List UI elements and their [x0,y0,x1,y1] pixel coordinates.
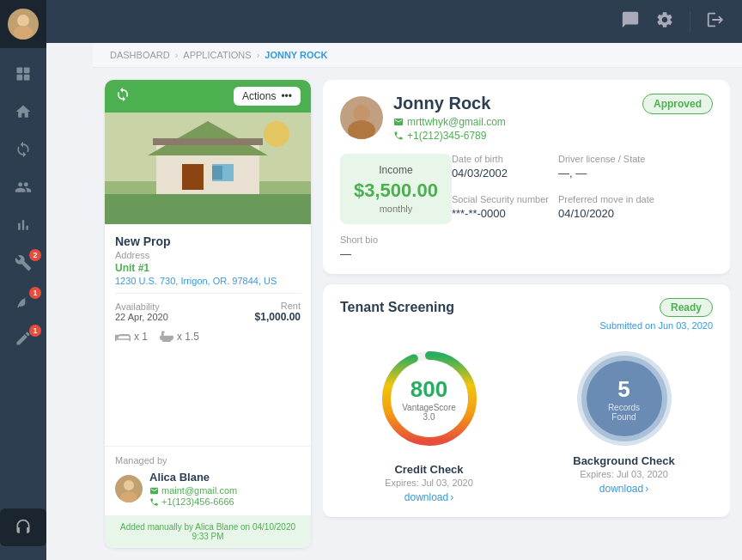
address-label: Address [115,250,301,260]
sidebar-item-pen[interactable]: 1 [0,320,46,357]
dob-value: 04/03/2002 [452,167,558,180]
actions-button[interactable]: Actions ••• [234,87,301,106]
property-unit[interactable]: Unit #1 [115,262,301,274]
breadcrumb-current: JONNY ROCK [265,50,327,60]
income-period: monthly [354,204,438,214]
amenities: x 1 x 1.5 [115,330,301,344]
move-group: Preferred move in date 04/10/2020 [558,194,713,224]
breadcrumb-dashboard[interactable]: DASHBOARD [110,50,170,60]
credit-score: 800 [401,376,457,403]
added-note: Added manually by Alica Blane on 04/10/2… [105,515,311,548]
svg-point-18 [353,105,370,122]
avatar[interactable] [8,9,39,40]
svg-point-0 [17,15,29,27]
svg-rect-5 [24,75,30,81]
sidebar: 2 1 1 [0,0,46,560]
tenant-name-info: Jonny Rock mrttwhyk@gmail.com +1(212)345… [393,94,506,142]
card-header: Actions ••• [105,80,311,113]
leaf-badge: 1 [29,287,41,299]
rent-label: Rent [255,301,301,311]
manager-avatar [115,475,143,502]
refresh-icon [115,87,131,106]
bio-value: — [340,247,558,260]
credit-expires: Expires: Jul 03, 2020 [385,478,473,488]
svg-point-1 [14,26,33,40]
manager-name: Alica Blane [149,471,237,484]
property-full-address[interactable]: 1230 U.S. 730, Irrigon, OR. 97844, US [115,276,301,286]
sidebar-item-leaf[interactable]: 1 [0,282,46,320]
sidebar-item-chart[interactable] [0,206,46,244]
manager-info: Alica Blane maint@gmail.com +1(123)456-6… [149,471,237,507]
pen-badge: 1 [29,325,41,337]
svg-point-16 [124,480,134,490]
breadcrumb-sep-2: › [257,50,260,60]
manager-email[interactable]: maint@gmail.com [149,485,237,496]
topbar [46,0,742,43]
beds-amenity: x 1 [115,331,148,343]
status-badge: Approved [642,94,713,114]
sidebar-item-sync[interactable] [0,131,46,168]
tenant-header: Jonny Rock mrttwhyk@gmail.com +1(212)345… [340,94,713,142]
rent-value: $1,000.00 [255,311,301,323]
tenant-name: Jonny Rock [393,94,506,113]
svg-rect-10 [182,164,204,190]
chevron-right-icon-2: › [645,483,648,495]
screening-checks: 800 VantageScore 3.0 Credit Check Expire… [340,343,713,503]
chevron-right-icon: › [450,491,453,503]
credit-circle: 800 VantageScore 3.0 [374,343,485,454]
svg-point-19 [348,120,375,139]
tools-badge: 2 [29,249,41,261]
background-records-center: 5 Records Found [596,376,652,422]
sidebar-item-home[interactable] [0,93,46,131]
svg-rect-12 [212,166,222,180]
background-expires: Expires: Jul 03, 2020 [580,469,668,479]
content-area: Actions ••• [93,68,742,560]
credit-download[interactable]: download › [404,491,453,503]
settings-icon[interactable] [655,10,674,33]
credit-score-center: 800 VantageScore 3.0 [401,376,457,422]
bio-label: Short bio [340,234,558,245]
ssn-label: Social Security number [452,194,558,204]
topbar-divider [690,11,690,32]
screening-header: Tenant Screening Ready [340,298,713,317]
breadcrumb-applications[interactable]: APPLICATIONS [183,50,251,60]
breadcrumb-sep-1: › [175,50,179,60]
submitted-text: Submitted on Jun 03, 2020 [340,320,713,331]
tenant-left: Jonny Rock mrttwhyk@gmail.com +1(212)345… [340,94,506,142]
tenant-details: Date of birth 04/03/2002 Driver license … [340,154,713,260]
dl-group: Driver license / State —, — [558,154,713,184]
ellipsis-icon: ••• [281,90,292,102]
sidebar-item-headphones[interactable] [0,508,46,546]
tenant-email[interactable]: mrttwhyk@gmail.com [393,116,506,128]
manager-phone[interactable]: +1(123)456-6666 [149,496,237,507]
sidebar-item-tools[interactable]: 2 [0,244,46,282]
beds-count: x 1 [134,331,148,343]
tenant-phone[interactable]: +1(212)345-6789 [393,130,506,142]
property-details: New Prop Address Unit #1 1230 U.S. 730, … [105,224,311,446]
svg-rect-4 [17,75,23,81]
chat-icon[interactable] [621,10,640,33]
breadcrumb: DASHBOARD › APPLICATIONS › JONNY ROCK [93,43,742,68]
topbar-right [621,10,725,33]
background-label: Background Check [573,454,674,467]
screening-card: Tenant Screening Ready Submitted on Jun … [323,284,730,517]
availability-value: 22 Apr, 2020 [115,312,168,322]
background-download[interactable]: download › [599,483,648,495]
availability-label: Availability [115,301,168,312]
move-value: 04/10/2020 [558,207,713,220]
ready-badge: Ready [660,298,713,317]
svg-rect-13 [153,138,263,145]
property-image [105,113,311,224]
managed-label: Managed by [115,455,301,466]
sidebar-avatar-area [0,0,46,48]
logout-icon[interactable] [706,10,725,33]
sidebar-item-grid[interactable] [0,55,46,93]
background-records: 5 [596,376,652,403]
sidebar-item-users[interactable] [0,168,46,206]
screening-title: Tenant Screening [340,300,454,315]
bio-group: Short bio — [340,234,558,260]
baths-count: x 1.5 [177,331,199,343]
property-card: Actions ••• [105,80,311,548]
right-panel: Jonny Rock mrttwhyk@gmail.com +1(212)345… [323,80,730,548]
property-name: New Prop [115,234,301,248]
